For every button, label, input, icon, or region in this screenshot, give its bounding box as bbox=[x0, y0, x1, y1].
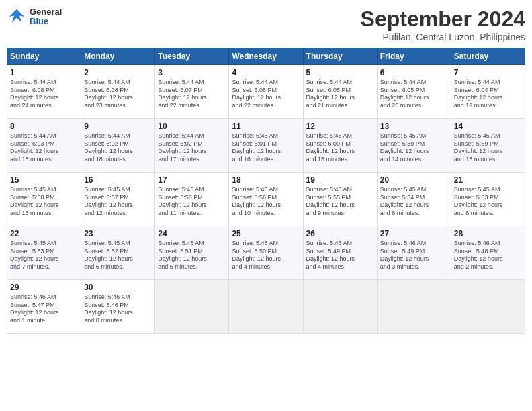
col-tuesday: Tuesday bbox=[155, 48, 229, 65]
day-info: Sunrise: 5:45 AM Sunset: 6:00 PM Dayligh… bbox=[306, 132, 374, 164]
table-row: 4Sunrise: 5:44 AM Sunset: 6:06 PM Daylig… bbox=[229, 65, 303, 119]
logo-text: General Blue bbox=[30, 7, 62, 27]
day-info: Sunrise: 5:44 AM Sunset: 6:02 PM Dayligh… bbox=[84, 132, 152, 164]
table-row: 19Sunrise: 5:45 AM Sunset: 5:55 PM Dayli… bbox=[303, 173, 377, 226]
calendar-week-4: 22Sunrise: 5:45 AM Sunset: 5:53 PM Dayli… bbox=[7, 226, 525, 280]
table-row: 11Sunrise: 5:45 AM Sunset: 6:01 PM Dayli… bbox=[229, 119, 303, 173]
table-row: 16Sunrise: 5:45 AM Sunset: 5:57 PM Dayli… bbox=[81, 173, 155, 226]
day-info: Sunrise: 5:44 AM Sunset: 6:03 PM Dayligh… bbox=[10, 132, 78, 164]
calendar-week-3: 15Sunrise: 5:45 AM Sunset: 5:58 PM Dayli… bbox=[7, 173, 525, 226]
day-number: 10 bbox=[158, 122, 226, 131]
day-number: 22 bbox=[10, 229, 78, 238]
day-number: 21 bbox=[454, 175, 522, 185]
calendar-table: Sunday Monday Tuesday Wednesday Thursday… bbox=[7, 48, 525, 334]
table-row: 17Sunrise: 5:45 AM Sunset: 5:56 PM Dayli… bbox=[155, 173, 229, 226]
col-thursday: Thursday bbox=[303, 48, 377, 65]
location: Pulilan, Central Luzon, Philippines bbox=[361, 32, 525, 42]
table-row: 2Sunrise: 5:44 AM Sunset: 6:08 PM Daylig… bbox=[81, 65, 155, 119]
col-saturday: Saturday bbox=[451, 48, 525, 65]
day-info: Sunrise: 5:45 AM Sunset: 5:59 PM Dayligh… bbox=[380, 132, 448, 164]
table-row bbox=[303, 280, 377, 334]
logo: General Blue bbox=[7, 7, 62, 27]
day-number: 20 bbox=[380, 175, 448, 185]
table-row bbox=[377, 280, 451, 334]
day-info: Sunrise: 5:46 AM Sunset: 5:48 PM Dayligh… bbox=[454, 240, 522, 271]
day-info: Sunrise: 5:45 AM Sunset: 5:52 PM Dayligh… bbox=[84, 240, 152, 271]
day-info: Sunrise: 5:45 AM Sunset: 5:53 PM Dayligh… bbox=[10, 240, 78, 271]
day-number: 26 bbox=[306, 229, 374, 238]
table-row: 20Sunrise: 5:45 AM Sunset: 5:54 PM Dayli… bbox=[377, 173, 451, 226]
table-row: 26Sunrise: 5:45 AM Sunset: 5:49 PM Dayli… bbox=[303, 226, 377, 280]
day-info: Sunrise: 5:45 AM Sunset: 5:59 PM Dayligh… bbox=[454, 132, 522, 164]
day-info: Sunrise: 5:44 AM Sunset: 6:05 PM Dayligh… bbox=[380, 79, 448, 110]
month-title: September 2024 bbox=[361, 7, 525, 32]
day-number: 4 bbox=[232, 68, 300, 77]
day-number: 23 bbox=[84, 229, 152, 238]
table-row: 22Sunrise: 5:45 AM Sunset: 5:53 PM Dayli… bbox=[7, 226, 81, 280]
day-info: Sunrise: 5:46 AM Sunset: 5:46 PM Dayligh… bbox=[84, 293, 152, 325]
col-sunday: Sunday bbox=[7, 48, 81, 65]
day-number: 30 bbox=[84, 283, 152, 292]
col-monday: Monday bbox=[81, 48, 155, 65]
day-info: Sunrise: 5:44 AM Sunset: 6:08 PM Dayligh… bbox=[84, 79, 152, 110]
table-row: 15Sunrise: 5:45 AM Sunset: 5:58 PM Dayli… bbox=[7, 173, 81, 226]
day-info: Sunrise: 5:44 AM Sunset: 6:08 PM Dayligh… bbox=[10, 79, 78, 110]
day-info: Sunrise: 5:45 AM Sunset: 5:49 PM Dayligh… bbox=[306, 240, 374, 271]
day-number: 14 bbox=[454, 122, 522, 131]
table-row bbox=[229, 280, 303, 334]
table-row: 23Sunrise: 5:45 AM Sunset: 5:52 PM Dayli… bbox=[81, 226, 155, 280]
day-number: 13 bbox=[380, 122, 448, 131]
table-row: 1Sunrise: 5:44 AM Sunset: 6:08 PM Daylig… bbox=[7, 65, 81, 119]
table-row bbox=[451, 280, 525, 334]
day-info: Sunrise: 5:45 AM Sunset: 6:01 PM Dayligh… bbox=[232, 132, 300, 164]
day-info: Sunrise: 5:45 AM Sunset: 5:56 PM Dayligh… bbox=[158, 186, 226, 218]
logo-general: General bbox=[30, 7, 62, 17]
col-friday: Friday bbox=[377, 48, 451, 65]
day-number: 15 bbox=[10, 175, 78, 185]
day-number: 9 bbox=[84, 122, 152, 131]
page-header: General Blue September 2024 Pulilan, Cen… bbox=[7, 7, 525, 42]
svg-marker-0 bbox=[9, 9, 25, 23]
calendar-header-row: Sunday Monday Tuesday Wednesday Thursday… bbox=[7, 48, 525, 65]
table-row: 12Sunrise: 5:45 AM Sunset: 6:00 PM Dayli… bbox=[303, 119, 377, 173]
day-info: Sunrise: 5:45 AM Sunset: 5:56 PM Dayligh… bbox=[232, 186, 300, 218]
table-row: 3Sunrise: 5:44 AM Sunset: 6:07 PM Daylig… bbox=[155, 65, 229, 119]
day-info: Sunrise: 5:44 AM Sunset: 6:02 PM Dayligh… bbox=[158, 132, 226, 164]
day-info: Sunrise: 5:46 AM Sunset: 5:47 PM Dayligh… bbox=[10, 293, 78, 325]
day-number: 11 bbox=[232, 122, 300, 131]
day-info: Sunrise: 5:45 AM Sunset: 5:50 PM Dayligh… bbox=[232, 240, 300, 271]
day-info: Sunrise: 5:45 AM Sunset: 5:58 PM Dayligh… bbox=[10, 186, 78, 218]
day-number: 3 bbox=[158, 68, 226, 77]
day-number: 1 bbox=[10, 68, 78, 77]
table-row: 5Sunrise: 5:44 AM Sunset: 6:05 PM Daylig… bbox=[303, 65, 377, 119]
table-row: 29Sunrise: 5:46 AM Sunset: 5:47 PM Dayli… bbox=[7, 280, 81, 334]
table-row: 10Sunrise: 5:44 AM Sunset: 6:02 PM Dayli… bbox=[155, 119, 229, 173]
day-info: Sunrise: 5:45 AM Sunset: 5:51 PM Dayligh… bbox=[158, 240, 226, 271]
day-number: 16 bbox=[84, 175, 152, 185]
day-number: 12 bbox=[306, 122, 374, 131]
day-info: Sunrise: 5:45 AM Sunset: 5:55 PM Dayligh… bbox=[306, 186, 374, 218]
day-info: Sunrise: 5:45 AM Sunset: 5:53 PM Dayligh… bbox=[454, 186, 522, 218]
logo-icon bbox=[7, 7, 27, 27]
calendar-week-5: 29Sunrise: 5:46 AM Sunset: 5:47 PM Dayli… bbox=[7, 280, 525, 334]
day-number: 29 bbox=[10, 283, 78, 292]
day-info: Sunrise: 5:45 AM Sunset: 5:54 PM Dayligh… bbox=[380, 186, 448, 218]
logo-blue: Blue bbox=[30, 17, 62, 26]
day-number: 25 bbox=[232, 229, 300, 238]
day-info: Sunrise: 5:46 AM Sunset: 5:49 PM Dayligh… bbox=[380, 240, 448, 271]
table-row: 9Sunrise: 5:44 AM Sunset: 6:02 PM Daylig… bbox=[81, 119, 155, 173]
day-number: 27 bbox=[380, 229, 448, 238]
table-row: 18Sunrise: 5:45 AM Sunset: 5:56 PM Dayli… bbox=[229, 173, 303, 226]
table-row: 25Sunrise: 5:45 AM Sunset: 5:50 PM Dayli… bbox=[229, 226, 303, 280]
table-row: 7Sunrise: 5:44 AM Sunset: 6:04 PM Daylig… bbox=[451, 65, 525, 119]
day-info: Sunrise: 5:44 AM Sunset: 6:05 PM Dayligh… bbox=[306, 79, 374, 110]
day-number: 8 bbox=[10, 122, 78, 131]
day-info: Sunrise: 5:44 AM Sunset: 6:04 PM Dayligh… bbox=[454, 79, 522, 110]
calendar-week-2: 8Sunrise: 5:44 AM Sunset: 6:03 PM Daylig… bbox=[7, 119, 525, 173]
day-number: 24 bbox=[158, 229, 226, 238]
col-wednesday: Wednesday bbox=[229, 48, 303, 65]
table-row: 30Sunrise: 5:46 AM Sunset: 5:46 PM Dayli… bbox=[81, 280, 155, 334]
day-number: 17 bbox=[158, 175, 226, 185]
day-number: 28 bbox=[454, 229, 522, 238]
table-row: 13Sunrise: 5:45 AM Sunset: 5:59 PM Dayli… bbox=[377, 119, 451, 173]
